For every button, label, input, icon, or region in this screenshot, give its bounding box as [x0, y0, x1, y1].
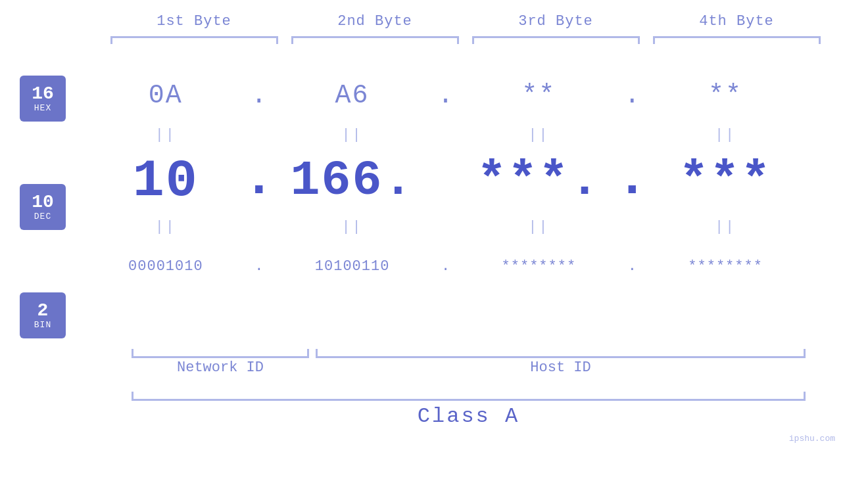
bin-row: 00001010 . 10100110 . ******** . *******… — [85, 240, 845, 292]
equals-row-2: || || || || — [85, 214, 845, 240]
host-bracket — [316, 345, 806, 358]
network-id-label: Network ID — [132, 359, 309, 376]
byte-headers: 1st Byte 2nd Byte 3rd Byte 4th Byte — [104, 13, 827, 30]
hex-byte4: ** — [645, 81, 806, 110]
bracket-3 — [472, 36, 640, 49]
equals-row-1: || || || || — [85, 122, 845, 148]
bin-bytes: 00001010 . 10100110 . ******** . *******… — [85, 258, 845, 275]
byte1-header: 1st Byte — [104, 13, 285, 30]
bin-badge-label: BIN — [34, 320, 51, 330]
hex-byte3: ** — [459, 81, 619, 110]
eq2-b3: || — [459, 219, 619, 235]
bottom-section: Network ID Host ID Class A ipshu.com — [0, 345, 845, 450]
equals-bytes-2: || || || || — [85, 219, 845, 235]
watermark: ipshu.com — [789, 434, 835, 444]
badges-column: 16 HEX 10 DEC 2 BIN — [0, 69, 85, 338]
bin-badge-num: 2 — [37, 302, 49, 320]
bin-byte2: 10100110 — [272, 258, 433, 275]
eq1-b4: || — [645, 127, 806, 143]
equals-bytes-1: || || || || — [85, 127, 845, 143]
hex-badge-label: HEX — [34, 103, 51, 113]
hex-dot3: . — [619, 81, 645, 110]
bin-dot1: . — [246, 258, 272, 275]
hex-dot1: . — [246, 81, 272, 110]
eq2-b1: || — [85, 219, 246, 235]
content-area: 16 HEX 10 DEC 2 BIN 0A . — [0, 69, 845, 338]
outer-bracket — [132, 388, 806, 401]
data-grid: 0A . A6 . ** . ** — [85, 69, 845, 338]
main-container: 1st Byte 2nd Byte 3rd Byte 4th Byte 16 H… — [0, 0, 845, 504]
bin-badge: 2 BIN — [20, 292, 66, 338]
byte3-header: 3rd Byte — [466, 13, 646, 30]
dec-bytes: 10 . 166. ***. . *** — [85, 149, 845, 212]
bin-byte1: 00001010 — [85, 258, 246, 275]
hex-dot2: . — [433, 81, 459, 110]
dec-byte1: 10 — [85, 151, 246, 211]
bracket-1 — [110, 36, 278, 49]
bin-dot3: . — [619, 258, 645, 275]
dec-badge-label: DEC — [34, 212, 51, 221]
eq1-b1: || — [85, 127, 246, 143]
byte4-header: 4th Byte — [646, 13, 827, 30]
hex-byte2: A6 — [272, 81, 433, 110]
hex-badge-num: 16 — [32, 85, 54, 103]
eq2-b4: || — [645, 219, 806, 235]
dec-dot1: . — [246, 149, 272, 212]
eq1-b3: || — [459, 127, 619, 143]
class-label: Class A — [132, 404, 806, 428]
dec-badge: 10 DEC — [20, 184, 66, 230]
bin-byte3: ******** — [459, 258, 619, 275]
bin-byte4: ******** — [645, 258, 806, 275]
byte2-header: 2nd Byte — [285, 13, 466, 30]
host-id-label: Host ID — [316, 359, 806, 376]
hex-badge: 16 HEX — [20, 76, 66, 122]
hex-byte1: 0A — [85, 81, 246, 110]
dec-row: 10 . 166. ***. . *** — [85, 148, 845, 214]
bracket-4 — [653, 36, 821, 49]
hex-bytes: 0A . A6 . ** . ** — [85, 81, 845, 110]
eq2-b2: || — [272, 219, 433, 235]
dec-byte4: *** — [645, 153, 806, 209]
bin-dot2: . — [433, 258, 459, 275]
eq1-b2: || — [272, 127, 433, 143]
dec-badge-num: 10 — [32, 193, 54, 212]
hex-row: 0A . A6 . ** . ** — [85, 69, 845, 122]
dec-byte2: 166. — [272, 153, 433, 209]
header-brackets — [104, 36, 827, 49]
dec-byte3: ***. — [459, 153, 619, 209]
network-bracket — [132, 345, 309, 358]
bracket-2 — [291, 36, 459, 49]
